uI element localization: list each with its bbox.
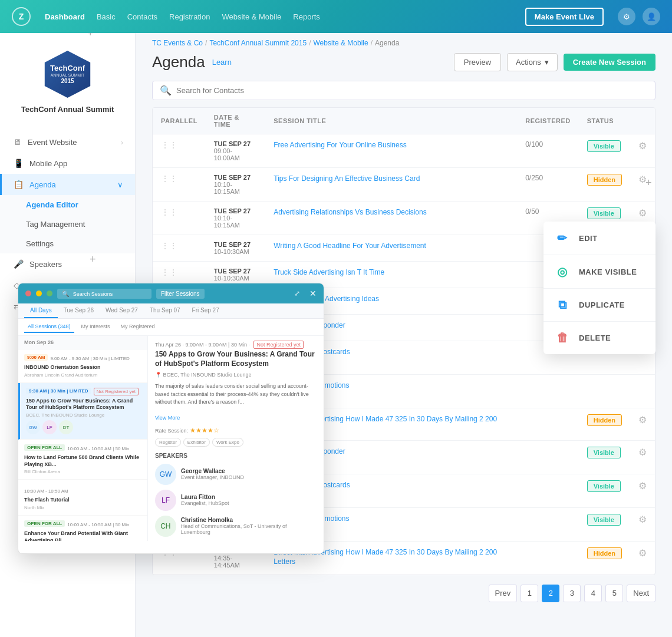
overlay-session-2[interactable]: OPEN FOR ALL 10:00 AM - 10:50 AM | 50 Mi… bbox=[18, 440, 147, 480]
overlay-session-3[interactable]: 10:00 AM - 10:50 AM The Flash Tutorial N… bbox=[18, 480, 147, 516]
sidebar-submenu-agenda: Agenda Editor Tag Management Settings bbox=[0, 195, 135, 253]
speaker-row-1: LF Laura Fitton Evangelist, HubSpot bbox=[155, 490, 317, 511]
nav-link-reports[interactable]: Reports bbox=[293, 12, 320, 21]
sidebar-item-speakers[interactable]: 🎤 Speakers bbox=[0, 253, 135, 275]
day-label-mon: Mon Sep 26 bbox=[18, 336, 147, 349]
breadcrumb-website-mobile[interactable]: Website & Mobile bbox=[313, 39, 368, 47]
session-title-link[interactable]: Advertising Relationships Vs Business De… bbox=[274, 208, 426, 216]
cell-status bbox=[579, 375, 630, 408]
event-logo: TechConf ANNUAL SUMMIT 2015 bbox=[41, 51, 94, 98]
action-tag-exhibitor[interactable]: Exhibitor bbox=[183, 438, 210, 447]
sidebar-item-mobile-app[interactable]: 📱 Mobile App bbox=[0, 153, 135, 174]
settings-icon[interactable]: ⚙ bbox=[638, 208, 647, 218]
session-title-link[interactable]: Free Advertising For Your Online Busines… bbox=[274, 141, 406, 149]
learn-link[interactable]: Learn bbox=[212, 58, 232, 67]
nav-link-contacts[interactable]: Contacts bbox=[127, 12, 157, 21]
overlay-tab-all-days[interactable]: All Days bbox=[24, 303, 58, 318]
overlay-session-0[interactable]: 9:00 AM 9:00 AM - 9:30 AM | 30 Min | LIM… bbox=[18, 349, 147, 383]
settings-icon[interactable]: ⚙ bbox=[638, 415, 647, 425]
cell-status: Hidden bbox=[579, 541, 630, 575]
sidebar-subitem-agenda-editor[interactable]: Agenda Editor bbox=[0, 195, 135, 214]
nav-link-registration[interactable]: Registration bbox=[169, 12, 210, 21]
overlay-my-registered-tab[interactable]: My Registered bbox=[117, 321, 159, 333]
speaker-thumb-3: DT bbox=[59, 420, 73, 434]
breadcrumb-event[interactable]: TechConf Annual Summit 2015 bbox=[209, 39, 307, 47]
agenda-header: Agenda Learn Preview Actions ▾ Create Ne… bbox=[136, 53, 672, 81]
action-tag-work-expo[interactable]: Work Expo bbox=[212, 438, 243, 447]
sidebar-item-agenda[interactable]: 📋 Agenda ∨ bbox=[0, 174, 135, 195]
detail-session-title: 150 Apps to Grow Your Business: A Grand … bbox=[155, 350, 317, 368]
prev-page-button[interactable]: Prev bbox=[489, 585, 518, 602]
sidebar-subitem-settings[interactable]: Settings bbox=[0, 234, 135, 253]
drag-handle[interactable]: ⋮⋮ bbox=[161, 140, 177, 150]
nav-link-website-mobile[interactable]: Website & Mobile bbox=[222, 12, 281, 21]
settings-icon[interactable]: ⚙ bbox=[638, 548, 647, 558]
overlay-close-icon[interactable]: ✕ bbox=[309, 289, 317, 298]
maximize-dot[interactable] bbox=[47, 291, 52, 296]
preview-button[interactable]: Preview bbox=[454, 53, 501, 71]
overlay-expand-icon[interactable]: ⤢ bbox=[294, 289, 300, 298]
settings-icon[interactable]: ⚙ bbox=[638, 447, 647, 457]
actions-button[interactable]: Actions ▾ bbox=[507, 53, 558, 71]
plus-decoration-2: + bbox=[90, 253, 96, 266]
drag-handle[interactable]: ⋮⋮ bbox=[161, 241, 177, 250]
session-title-link[interactable]: Writing A Good Headline For Your Adverti… bbox=[274, 242, 426, 250]
page-btn-1[interactable]: 1 bbox=[521, 585, 538, 602]
app-logo[interactable]: Z bbox=[12, 7, 31, 26]
settings-icon[interactable]: ⚙ bbox=[638, 141, 647, 151]
page-btn-4[interactable]: 4 bbox=[584, 585, 602, 602]
star-rating[interactable]: ★★★★☆ bbox=[190, 427, 219, 434]
settings-icon[interactable]: ⚙ bbox=[638, 514, 647, 524]
breadcrumb-org[interactable]: TC Events & Co bbox=[152, 39, 203, 47]
overlay-tab-fri[interactable]: Fri Sep 27 bbox=[186, 303, 225, 318]
search-input[interactable] bbox=[176, 86, 648, 95]
close-dot[interactable] bbox=[25, 291, 31, 296]
overlay-filter-button[interactable]: Filter Sessions bbox=[156, 289, 205, 299]
overlay-tab-thu[interactable]: Thu Sep 07 bbox=[144, 303, 186, 318]
breadcrumb-current: Agenda bbox=[375, 39, 399, 47]
overlay-top-bar: 🔍 Search Sessions Filter Sessions ⤢ ✕ bbox=[18, 283, 324, 303]
registered-count: 0/250 bbox=[525, 174, 543, 182]
overlay-search[interactable]: 🔍 Search Sessions bbox=[57, 289, 151, 299]
context-menu-make-visible[interactable]: ◎ MAKE VISIBLE bbox=[543, 255, 655, 289]
overlay-tab-tue[interactable]: Tue Sep 26 bbox=[58, 303, 100, 318]
table-row: ⋮⋮ TUE SEP 27 09:00-10:00AM Free Adverti… bbox=[153, 134, 655, 168]
overlay-session-4[interactable]: OPEN FOR ALL 10:00 AM - 10:50 AM | 50 Mi… bbox=[18, 516, 147, 541]
session-badge-0: 9:00 AM bbox=[24, 354, 48, 361]
overlay-tab-wed[interactable]: Wed Sep 27 bbox=[100, 303, 144, 318]
make-event-live-button[interactable]: Make Event Live bbox=[525, 8, 604, 26]
nav-links: Dashboard Basic Contacts Registration We… bbox=[45, 12, 511, 21]
context-menu-delete[interactable]: 🗑 DELETE bbox=[543, 322, 655, 354]
nav-link-dashboard[interactable]: Dashboard bbox=[45, 12, 85, 21]
page-btn-3[interactable]: 3 bbox=[563, 585, 581, 602]
page-btn-5[interactable]: 5 bbox=[605, 585, 623, 602]
session-title-link[interactable]: Truck Side Advertising Isn T It Time bbox=[274, 268, 384, 276]
settings-icon[interactable]: ⚙ bbox=[638, 481, 647, 491]
nav-link-basic[interactable]: Basic bbox=[97, 12, 116, 21]
chevron-down-icon: ∨ bbox=[117, 180, 123, 189]
search-icon: 🔍 bbox=[62, 291, 69, 297]
sidebar-subitem-tag-management[interactable]: Tag Management bbox=[0, 214, 135, 234]
context-menu-edit[interactable]: ✏ EDIT bbox=[543, 222, 655, 255]
page-btn-2[interactable]: 2 bbox=[542, 585, 559, 602]
drag-handle[interactable]: ⋮⋮ bbox=[161, 174, 177, 183]
overlay-session-1[interactable]: 9:30 AM | 30 Min | LIMITED Not Registere… bbox=[18, 383, 147, 440]
drag-handle[interactable]: ⋮⋮ bbox=[161, 268, 177, 277]
sidebar-item-event-website[interactable]: 🖥 Event Website › bbox=[0, 131, 135, 153]
session-title-link[interactable]: Tips For Designing An Effective Business… bbox=[274, 174, 420, 183]
overlay-all-sessions-tab[interactable]: All Sessions (348) bbox=[24, 321, 74, 333]
drag-handle[interactable]: ⋮⋮ bbox=[161, 207, 177, 217]
action-tags-row: Register Exhibitor Work Expo bbox=[155, 438, 317, 447]
context-menu-duplicate[interactable]: ⧉ DUPLICATE bbox=[543, 289, 655, 322]
cell-date-time: TUE SEP 27 10:10-10:15AM bbox=[206, 168, 265, 202]
minimize-dot[interactable] bbox=[36, 291, 42, 296]
action-tag-register[interactable]: Register bbox=[155, 438, 181, 447]
nav-settings-icon[interactable]: ⚙ bbox=[618, 8, 635, 25]
view-more-link[interactable]: View More bbox=[155, 415, 180, 421]
cell-registered bbox=[517, 408, 579, 441]
next-page-button[interactable]: Next bbox=[627, 585, 655, 602]
create-session-button[interactable]: Create New Session bbox=[564, 54, 655, 71]
trash-icon: 🗑 bbox=[555, 331, 569, 345]
nav-user-avatar[interactable]: 👤 bbox=[643, 8, 660, 25]
overlay-my-interests-tab[interactable]: My Interests bbox=[78, 321, 114, 333]
